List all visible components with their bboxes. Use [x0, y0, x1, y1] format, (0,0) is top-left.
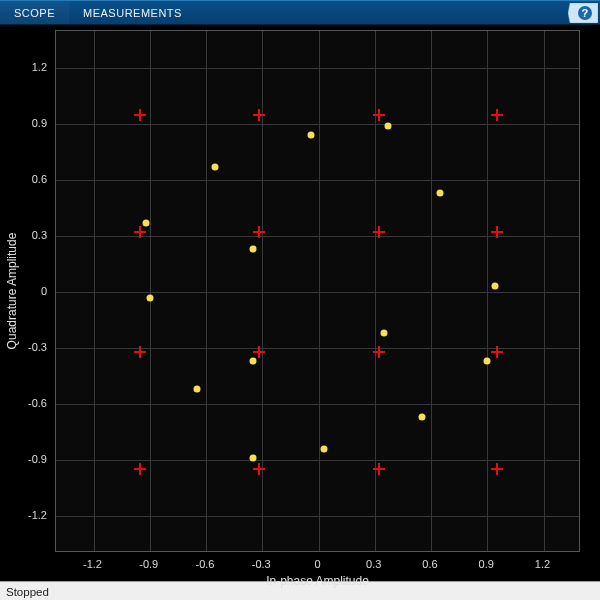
scope-window: SCOPE MEASUREMENTS ? -1.2-0.9-0.6-0.300.…	[0, 0, 600, 600]
x-tick-label: 0	[314, 558, 320, 570]
marker-reference	[134, 463, 146, 475]
help-icon: ?	[568, 3, 598, 23]
grid-line-vertical	[94, 31, 95, 551]
x-axis-label: In-phase Amplitude	[266, 574, 369, 588]
grid-line-vertical	[375, 31, 376, 551]
toolstrip: SCOPE MEASUREMENTS ?	[0, 0, 600, 25]
y-tick-label: 1.2	[32, 61, 47, 73]
grid-line-horizontal	[56, 516, 579, 517]
y-axis-label: Quadrature Amplitude	[5, 233, 19, 350]
y-tick-label: -1.2	[28, 509, 47, 521]
marker-reference	[134, 109, 146, 121]
grid-line-vertical	[206, 31, 207, 551]
grid-line-horizontal	[56, 460, 579, 461]
marker-reference	[491, 463, 503, 475]
y-tick-label: 0.3	[32, 229, 47, 241]
grid-line-vertical	[319, 31, 320, 551]
y-tick-label: 0.6	[32, 173, 47, 185]
grid-line-horizontal	[56, 404, 579, 405]
x-tick-label: 1.2	[535, 558, 550, 570]
marker-received	[437, 190, 444, 197]
svg-text:?: ?	[581, 7, 588, 19]
x-tick-label: -0.6	[196, 558, 215, 570]
constellation-chart[interactable]	[55, 30, 580, 552]
grid-line-horizontal	[56, 68, 579, 69]
marker-received	[212, 164, 219, 171]
marker-received	[249, 357, 256, 364]
grid-line-vertical	[487, 31, 488, 551]
x-tick-label: -0.9	[139, 558, 158, 570]
y-tick-label: -0.6	[28, 397, 47, 409]
grid-line-horizontal	[56, 292, 579, 293]
grid-line-vertical	[431, 31, 432, 551]
marker-received	[143, 220, 150, 227]
tab-scope[interactable]: SCOPE	[0, 1, 69, 24]
y-tick-label: 0	[41, 285, 47, 297]
marker-received	[308, 132, 315, 139]
y-tick-label: -0.9	[28, 453, 47, 465]
y-tick-label: 0.9	[32, 117, 47, 129]
status-text: Stopped	[6, 586, 49, 598]
x-tick-label: -0.3	[252, 558, 271, 570]
marker-received	[381, 330, 388, 337]
grid-line-horizontal	[56, 180, 579, 181]
x-tick-label: 0.9	[479, 558, 494, 570]
grid-line-vertical	[544, 31, 545, 551]
marker-received	[491, 283, 498, 290]
grid-line-horizontal	[56, 124, 579, 125]
x-tick-label: 0.6	[422, 558, 437, 570]
marker-received	[321, 445, 328, 452]
x-tick-label: -1.2	[83, 558, 102, 570]
tab-measurements[interactable]: MEASUREMENTS	[69, 1, 196, 24]
grid-line-horizontal	[56, 348, 579, 349]
grid-line-vertical	[262, 31, 263, 551]
grid-line-horizontal	[56, 236, 579, 237]
marker-received	[193, 385, 200, 392]
x-tick-label: 0.3	[366, 558, 381, 570]
marker-reference	[491, 109, 503, 121]
marker-received	[418, 413, 425, 420]
grid-line-vertical	[150, 31, 151, 551]
y-tick-label: -0.3	[28, 341, 47, 353]
help-button[interactable]: ?	[566, 1, 600, 24]
marker-received	[249, 246, 256, 253]
plot-area: -1.2-0.9-0.6-0.300.30.60.91.2-1.2-0.9-0.…	[0, 25, 600, 581]
